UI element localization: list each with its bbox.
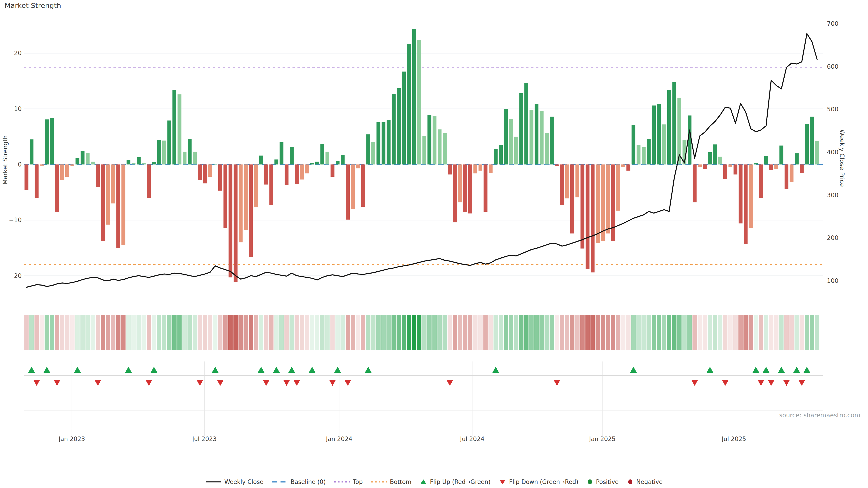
heatmap-cell xyxy=(223,315,227,350)
strength-bar xyxy=(295,164,299,184)
heatmap-cell xyxy=(177,315,182,350)
strength-bar xyxy=(662,125,666,164)
legend-label: Weekly Close xyxy=(224,479,264,485)
strength-bar xyxy=(116,164,120,248)
flip-up-icon xyxy=(258,367,265,373)
heatmap-cell xyxy=(560,315,564,350)
flip-up-icon xyxy=(752,367,759,373)
heatmap-cell xyxy=(453,315,457,350)
dot-icon xyxy=(628,480,632,484)
heatmap-cell xyxy=(34,315,39,350)
heatmap-cell xyxy=(600,315,605,350)
flip-down-icon xyxy=(344,380,351,386)
heatmap-cell xyxy=(187,315,192,350)
strength-bar xyxy=(70,164,74,166)
heatmap-cell xyxy=(743,315,748,350)
left-axis-ticks: 20100−10−20 xyxy=(9,50,22,279)
strength-bar xyxy=(127,160,130,164)
strength-bar xyxy=(744,164,747,244)
strength-bar xyxy=(703,164,707,169)
strength-bar xyxy=(433,116,436,164)
heatmap-cell xyxy=(346,315,350,350)
heatmap-cell xyxy=(447,315,452,350)
heatmap-cell xyxy=(55,315,59,350)
heatmap-cell xyxy=(545,315,549,350)
heatmap-cell xyxy=(636,315,641,350)
strength-bar xyxy=(106,164,110,225)
heatmap-cell xyxy=(534,315,539,350)
strength-bar xyxy=(642,147,646,164)
legend-label: Top xyxy=(353,479,363,485)
flip-up-icon xyxy=(273,367,280,373)
heatmap-cell xyxy=(60,315,64,350)
heatmap-cell xyxy=(764,315,768,350)
source-note: source: sharemaestro.com xyxy=(779,412,860,419)
strength-bar xyxy=(377,122,380,164)
strength-bar xyxy=(626,164,630,170)
heatmap-cell xyxy=(733,315,738,350)
legend-item-positive: Positive xyxy=(587,479,619,485)
strength-bar xyxy=(739,164,743,223)
strength-bar xyxy=(228,164,232,278)
flip-up-icon xyxy=(288,367,295,373)
heatmap-cell xyxy=(172,315,177,350)
heatmap-cell xyxy=(483,315,488,350)
legend-label: Baseline (0) xyxy=(290,479,326,485)
heatmap-cell xyxy=(402,315,406,350)
strength-bar xyxy=(443,133,447,164)
strength-bar xyxy=(157,140,161,164)
heatmap-cell xyxy=(366,315,370,350)
strength-bar xyxy=(667,90,671,164)
strength-bar xyxy=(274,160,278,164)
strength-bar xyxy=(121,164,125,245)
strength-bar xyxy=(402,72,406,164)
strength-bar xyxy=(463,164,467,213)
heatmap-cell xyxy=(152,315,156,350)
heatmap-cell xyxy=(692,315,697,350)
heatmap-cell xyxy=(70,315,74,350)
strength-bar xyxy=(468,164,472,214)
heatmap-cell xyxy=(228,315,232,350)
legend-label: Bottom xyxy=(390,479,411,485)
strength-bar xyxy=(25,164,29,190)
strength-bar xyxy=(305,164,309,173)
heatmap-cell xyxy=(784,315,789,350)
heatmap-cell xyxy=(657,315,661,350)
flip-up-icon xyxy=(793,367,800,373)
heatmap-cell xyxy=(300,315,304,350)
heatmap-cell xyxy=(75,315,80,350)
flip-down-icon xyxy=(758,380,765,386)
strength-bar xyxy=(708,152,712,164)
heatmap-cell xyxy=(810,315,814,350)
heatmap-cell xyxy=(106,315,110,350)
flip-up-icon xyxy=(334,367,341,373)
legend-label: Negative xyxy=(636,479,663,485)
strength-bar xyxy=(713,144,717,164)
flip-down-icon xyxy=(54,380,60,386)
strength-bar xyxy=(223,164,227,228)
weekly-close-line xyxy=(26,34,817,287)
heatmap-cell xyxy=(417,315,421,350)
strength-bar xyxy=(203,164,207,184)
strength-bar xyxy=(91,162,95,164)
strength-bar xyxy=(570,164,574,233)
legend-item-bottom: Bottom xyxy=(371,479,411,485)
strength-bar xyxy=(30,139,33,164)
strength-bar xyxy=(142,163,146,164)
flip-down-icon xyxy=(329,380,336,386)
strength-bar xyxy=(596,164,600,243)
heatmap-cell xyxy=(524,315,528,350)
axis-label: 10 xyxy=(14,105,22,112)
heatmap-cell xyxy=(432,315,437,350)
flip-down-icon xyxy=(263,380,270,386)
strength-bar xyxy=(734,164,737,174)
heatmap-cell xyxy=(769,315,773,350)
legend-item-baseline-0: Baseline (0) xyxy=(272,479,326,485)
heatmap-cell xyxy=(427,315,432,350)
strength-bar xyxy=(524,83,528,164)
strength-bar xyxy=(167,121,171,164)
legend-item-top: Top xyxy=(334,479,363,485)
flip-up-icon xyxy=(365,367,372,373)
strength-bar xyxy=(795,153,799,164)
strength-bar xyxy=(540,111,544,164)
